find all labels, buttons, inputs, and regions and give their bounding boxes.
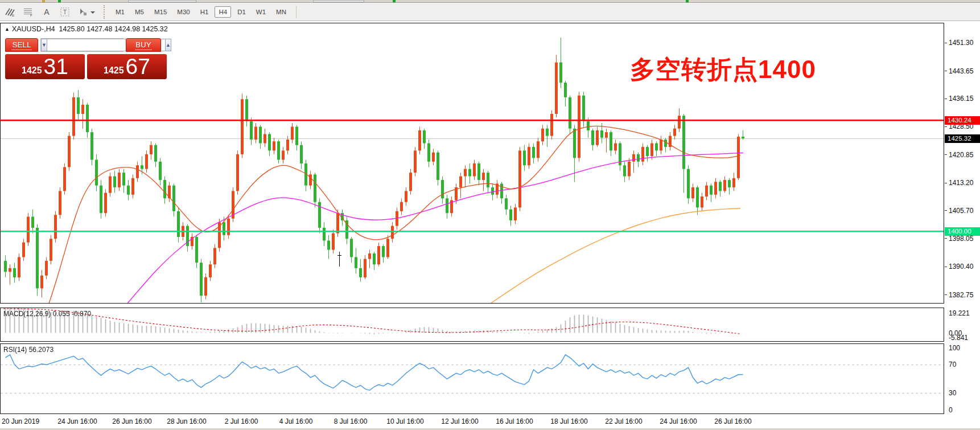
price-axis-tickmark (945, 126, 947, 127)
support-price-badge: 1400.00 (945, 227, 980, 236)
time-axis-label: 4 Jul 16:00 (279, 417, 313, 425)
chart-ohlc-values: 1425.80 1427.48 1424.98 1425.32 (59, 25, 168, 33)
price-axis-tickmark (945, 99, 947, 99)
price-axis-label: 1443.65 (949, 67, 973, 75)
time-axis-label: 24 Jul 16:00 (660, 417, 697, 425)
sell-price-small: 1425 (22, 65, 42, 76)
time-axis-label: 26 Jun 16:00 (112, 417, 151, 425)
toolbar-sliver-fragment (313, 0, 364, 2)
timeframe-button-m1[interactable]: M1 (112, 6, 129, 18)
sell-price-big: 31 (44, 56, 68, 77)
timeframe-button-h1[interactable]: H1 (196, 6, 213, 18)
chart-ohlc-header: ▲XAUUSD-,H4 1425.80 1427.48 1424.98 1425… (5, 25, 168, 33)
chart-annotation-text: 多空转折点1400 (630, 53, 816, 87)
time-axis-label: 16 Jul 16:00 (496, 417, 533, 425)
macd-canvas[interactable] (1, 308, 944, 341)
time-axis-label: 22 Jul 16:00 (605, 417, 642, 425)
rsi-canvas[interactable] (1, 344, 944, 413)
time-axis-label: 28 Jun 16:00 (167, 417, 206, 425)
timeframe-button-m5[interactable]: M5 (131, 6, 148, 18)
sell-price-display[interactable]: 1425 31 (5, 54, 85, 79)
rsi-indicator-panel: RSI(14) 56.2073 (0, 343, 944, 414)
text-label-icon[interactable]: T (57, 5, 73, 19)
buy-price-big: 67 (126, 56, 150, 77)
chevron-up-icon: ▲ (166, 42, 171, 48)
price-axis-label: 1420.85 (949, 151, 973, 159)
timeframe-button-h4[interactable]: H4 (215, 6, 231, 18)
buy-price-small: 1425 (104, 65, 124, 76)
svg-text:T: T (63, 9, 67, 15)
price-axis-tickmark (945, 294, 947, 295)
macd-label: MACD(12,26,9) 0.055 -0.870 (3, 310, 91, 318)
price-axis-label: 1405.70 (949, 207, 973, 215)
time-axis-label: 20 Jun 2019 (2, 417, 39, 425)
volume-stepper: ▼ ▲ (40, 38, 123, 52)
price-axis-tickmark (945, 238, 947, 239)
price-axis-tickmark (945, 210, 947, 211)
price-axis-label: 1390.40 (949, 263, 973, 271)
price-axis-label: 1413.20 (949, 179, 973, 187)
main-chart-panel: ▲XAUUSD-,H4 1425.80 1427.48 1424.98 1425… (0, 23, 944, 304)
resistance-price-badge: 1430.24 (945, 116, 980, 125)
grid-periods-icon[interactable]: F (20, 5, 36, 19)
rsi-axis-label: 100 (949, 344, 960, 352)
rsi-axis-label: 70 (949, 361, 956, 368)
time-axis-label: 10 Jul 16:00 (386, 417, 423, 425)
time-axis[interactable]: 20 Jun 201924 Jun 16:0026 Jun 16:0028 Ju… (0, 415, 980, 428)
sell-button[interactable]: SELL (5, 38, 38, 52)
time-axis-label: 2 Jul 16:00 (225, 417, 258, 425)
clipped-toolbar-strip (0, 0, 980, 3)
price-axis-tickmark (945, 267, 947, 267)
svg-text:F: F (30, 14, 32, 17)
price-axis-tickmark (945, 183, 947, 183)
macd-axis-label: 19.221 (949, 309, 970, 317)
toolbar-separator (104, 5, 107, 19)
price-axis-tickmark (945, 154, 947, 155)
toolbar-sliver-fragment (42, 0, 45, 2)
toolbar-sliver-fragment (128, 0, 196, 2)
time-axis-label: 24 Jun 16:00 (57, 417, 97, 425)
price-axis-label: 1398.05 (949, 235, 973, 243)
price-axis-tickmark (945, 71, 947, 71)
macd-axis-label: -5.841 (949, 334, 968, 342)
timeframe-button-w1[interactable]: W1 (252, 6, 270, 18)
price-axis-tickmark (945, 43, 947, 43)
svg-text:E: E (12, 14, 14, 17)
price-axis-label: 1382.75 (949, 291, 973, 299)
timeframe-button-m15[interactable]: M15 (150, 6, 171, 18)
volume-increase-button[interactable]: ▲ (165, 39, 171, 51)
timeframe-button-d1[interactable]: D1 (233, 6, 250, 18)
timeframe-button-mn[interactable]: MN (272, 6, 290, 18)
indicators-list-icon[interactable]: E (2, 5, 18, 19)
time-axis-label: 8 Jul 16:00 (334, 417, 368, 425)
price-axis[interactable]: 1451.301443.651436.151428.501420.851413.… (945, 23, 980, 414)
volume-decrease-button[interactable]: ▼ (41, 39, 47, 51)
buy-button[interactable]: BUY (126, 38, 161, 52)
cursor-icon[interactable]: A (39, 5, 55, 19)
timeframe-button-group: M1M5M15M30H1H4D1W1MN (110, 6, 291, 18)
objects-arrange-icon[interactable] (75, 5, 98, 19)
time-axis-label: 26 Jul 16:00 (714, 417, 751, 425)
macd-indicator-panel: MACD(12,26,9) 0.055 -0.870 (0, 308, 944, 342)
time-axis-label: 18 Jul 16:00 (550, 417, 587, 425)
chevron-down-icon: ▼ (42, 42, 47, 48)
chart-toolbar: E F A T M1M5M15M30H1H4D1W1MN (0, 3, 980, 21)
current-price-badge: 1425.32 (945, 134, 980, 143)
time-axis-label: 12 Jul 16:00 (441, 417, 478, 425)
rsi-axis-label: 30 (949, 389, 956, 397)
timeframe-button-m30[interactable]: M30 (173, 6, 193, 18)
collapse-arrow-icon[interactable]: ▲ (5, 26, 10, 32)
chart-symbol: XAUUSD-,H4 (12, 25, 55, 33)
rsi-axis-label: 0 (949, 406, 953, 414)
one-click-trading-panel: SELL ▼ ▲ BUY 1425 31 1425 67 (5, 36, 168, 99)
buy-price-display[interactable]: 1425 67 (87, 54, 167, 79)
rsi-label: RSI(14) 56.2073 (3, 346, 53, 354)
toolbar-sliver-fragment (686, 0, 689, 2)
mt4-window: E F A T M1M5M15M30H1H4D1W1MN ▲XAUUSD-,H4… (0, 0, 980, 430)
price-axis-label: 1436.15 (949, 95, 973, 103)
price-axis-label: 1451.30 (949, 39, 973, 47)
toolbar-separator (296, 6, 297, 18)
toolbar-sliver-fragment (393, 0, 396, 2)
toolbar-sliver-fragment (58, 0, 61, 2)
